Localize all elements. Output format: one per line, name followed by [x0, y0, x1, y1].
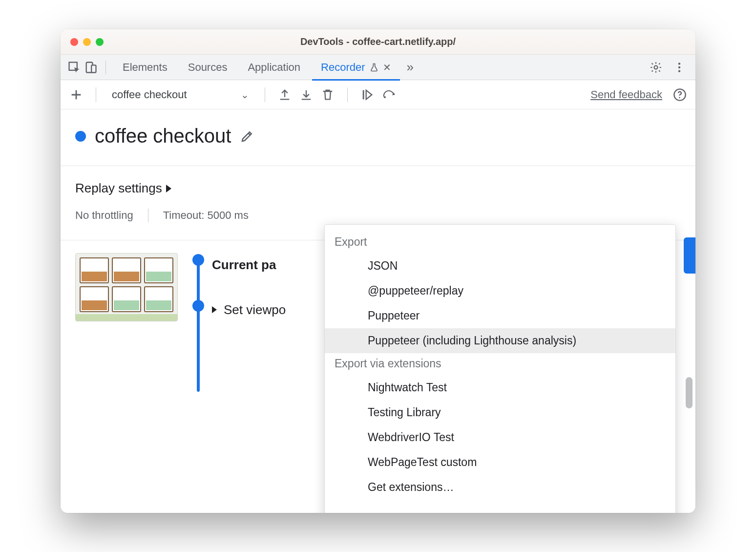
- traffic-lights: [70, 38, 104, 46]
- separator: [148, 209, 148, 222]
- separator: [265, 87, 265, 102]
- separator: [96, 87, 96, 102]
- chevron-down-icon: ⌄: [241, 89, 249, 101]
- recorder-toolbar: coffee checkout ⌄ Send feedback: [61, 80, 695, 109]
- export-icon[interactable]: [278, 88, 292, 102]
- timeout-value: Timeout: 5000 ms: [163, 209, 249, 222]
- export-option-puppeteer-lighthouse[interactable]: Puppeteer (including Lighthouse analysis…: [325, 328, 675, 353]
- close-tab-icon[interactable]: ✕: [383, 62, 391, 73]
- minimize-window-button[interactable]: [83, 38, 91, 46]
- recording-title: coffee checkout: [95, 125, 231, 147]
- export-option-testing-library[interactable]: Testing Library: [325, 400, 675, 425]
- svg-point-4: [678, 63, 680, 64]
- tab-elements[interactable]: Elements: [114, 55, 176, 80]
- svg-rect-7: [362, 90, 364, 99]
- step-label: Set viewpo: [224, 302, 286, 318]
- tab-sources[interactable]: Sources: [179, 55, 236, 80]
- step-over-icon[interactable]: [360, 88, 374, 102]
- tab-label: Recorder: [321, 61, 365, 74]
- maximize-window-button[interactable]: [96, 38, 104, 46]
- tab-label: Application: [248, 61, 300, 74]
- edit-title-icon[interactable]: [240, 129, 254, 144]
- export-option-puppeteer[interactable]: Puppeteer: [325, 303, 675, 328]
- svg-point-6: [678, 70, 680, 72]
- recording-status-dot-icon: [75, 131, 86, 142]
- replay-settings-toggle[interactable]: Replay settings: [75, 181, 681, 196]
- recording-select[interactable]: coffee checkout ⌄: [109, 88, 252, 101]
- export-option-webpagetest[interactable]: WebPageTest custom: [325, 450, 675, 475]
- svg-point-8: [384, 96, 386, 98]
- export-menu-header: Export: [325, 232, 675, 254]
- window-title: DevTools - coffee-cart.netlify.app/: [61, 36, 695, 47]
- recording-header: coffee checkout: [61, 109, 695, 166]
- throttling-value: No throttling: [75, 209, 133, 222]
- recording-select-label: coffee checkout: [112, 88, 187, 101]
- step-label: Current pa: [212, 257, 276, 273]
- delete-icon[interactable]: [321, 88, 335, 102]
- export-option-get-extensions[interactable]: Get extensions…: [325, 475, 675, 500]
- page-thumbnail: [75, 253, 178, 321]
- svg-rect-2: [91, 65, 96, 72]
- export-option-webdriverio[interactable]: WebdriverIO Test: [325, 425, 675, 450]
- tab-recorder[interactable]: Recorder ✕: [312, 55, 399, 80]
- flask-icon: [369, 63, 379, 72]
- replay-icon[interactable]: [382, 89, 398, 101]
- scrollbar-thumb[interactable]: [686, 377, 693, 408]
- svg-point-5: [678, 66, 680, 68]
- import-icon[interactable]: [299, 88, 313, 102]
- timeline-line: [197, 258, 200, 392]
- caret-right-icon: [212, 306, 217, 313]
- close-window-button[interactable]: [70, 38, 78, 46]
- export-menu: Export JSON @puppeteer/replay Puppeteer …: [324, 224, 676, 513]
- export-menu-header-extensions: Export via extensions: [325, 353, 675, 375]
- replay-settings-values: No throttling Timeout: 5000 ms: [75, 209, 681, 222]
- new-recording-icon[interactable]: [69, 88, 83, 102]
- separator: [347, 87, 348, 102]
- replay-button-edge[interactable]: [684, 237, 695, 274]
- svg-point-10: [679, 97, 680, 98]
- titlebar: DevTools - coffee-cart.netlify.app/: [61, 29, 695, 55]
- device-toolbar-icon[interactable]: [84, 61, 98, 74]
- replay-settings-label: Replay settings: [75, 181, 162, 196]
- devtools-window: DevTools - coffee-cart.netlify.app/ Elem…: [61, 29, 695, 513]
- timeline-node-icon: [192, 300, 204, 312]
- help-icon[interactable]: [673, 88, 687, 102]
- separator: [105, 61, 106, 74]
- recorder-content: coffee checkout Replay settings No throt…: [61, 109, 695, 513]
- settings-icon[interactable]: [650, 61, 662, 74]
- send-feedback-link[interactable]: Send feedback: [590, 88, 662, 101]
- tab-label: Sources: [188, 61, 228, 74]
- more-tabs-icon[interactable]: »: [407, 60, 414, 75]
- svg-point-3: [654, 65, 658, 69]
- export-option-nightwatch[interactable]: Nightwatch Test: [325, 375, 675, 400]
- timeline-node-icon: [192, 254, 204, 266]
- inspect-element-icon[interactable]: [67, 61, 81, 74]
- caret-right-icon: [166, 185, 171, 192]
- kebab-menu-icon[interactable]: [673, 61, 686, 74]
- tab-label: Elements: [123, 61, 168, 74]
- tab-application[interactable]: Application: [239, 55, 309, 80]
- export-option-puppeteer-replay[interactable]: @puppeteer/replay: [325, 278, 675, 303]
- export-option-json[interactable]: JSON: [325, 254, 675, 278]
- devtools-tabs: Elements Sources Application Recorder ✕ …: [61, 55, 695, 80]
